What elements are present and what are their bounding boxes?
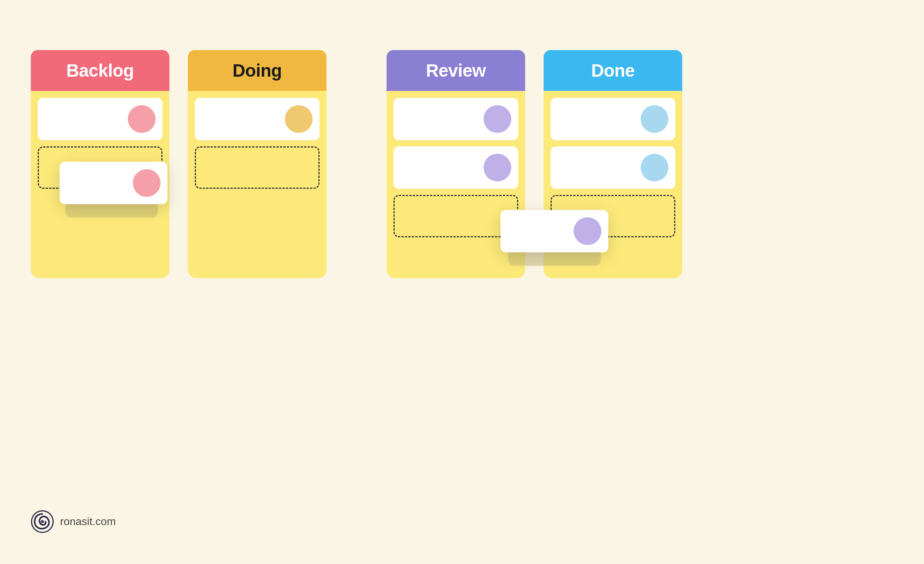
column-title-backlog: Backlog [66,60,134,81]
card-backlog-1[interactable] [38,98,162,140]
card-review-1[interactable] [393,98,518,140]
column-header-doing: Doing [188,50,326,91]
column-space-review [393,243,518,267]
card-placeholder-doing [195,146,320,189]
card-done-2[interactable] [551,146,675,189]
logo-text: ronasit.com [60,515,116,528]
dragging-card-circle-backlog [133,169,161,197]
logo-icon [31,510,54,533]
column-title-done: Done [591,60,635,81]
column-title-doing: Doing [233,60,282,81]
dragging-card-review[interactable] [500,210,608,252]
dragging-card-backlog[interactable] [60,162,167,204]
column-header-backlog: Backlog [31,50,169,91]
column-header-done: Done [544,50,682,91]
card-circle-review-1 [484,105,511,133]
column-gap [345,50,368,278]
svg-point-1 [41,520,44,523]
logo-area: ronasit.com [31,510,116,533]
dragging-card-circle-review [574,217,601,245]
column-space-doing [195,195,320,233]
column-title-review: Review [426,60,486,81]
card-circle-done-2 [641,154,668,181]
card-circle-backlog-1 [128,105,156,133]
column-doing: Doing [188,50,326,278]
card-circle-review-2 [484,154,511,181]
card-doing-1[interactable] [195,98,320,140]
card-done-1[interactable] [551,98,675,140]
column-body-doing[interactable] [188,91,326,276]
card-circle-doing-1 [285,105,313,133]
card-circle-done-1 [641,105,668,133]
card-placeholder-review [393,195,518,237]
column-header-review: Review [387,50,525,91]
card-review-2[interactable] [393,146,518,189]
